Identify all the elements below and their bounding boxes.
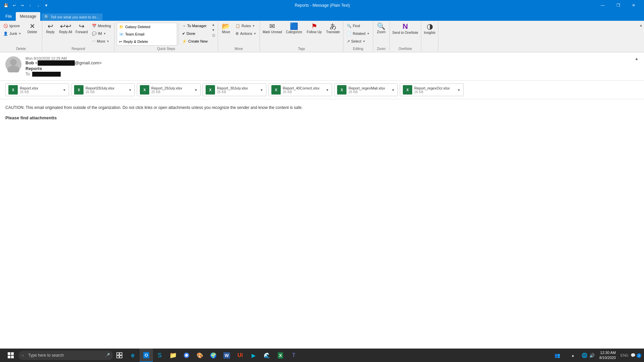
more-respond-dropdown[interactable]: ▼ bbox=[107, 40, 109, 43]
send-to-onenote-button[interactable]: N Send to OneNote bbox=[391, 22, 420, 35]
attach-dropdown-6[interactable]: ▼ bbox=[457, 88, 461, 92]
restore-button[interactable]: ❐ bbox=[610, 0, 626, 11]
quicksteps-expand[interactable]: ⊡ bbox=[211, 33, 216, 38]
ignore-button[interactable]: 🚫 Ignore bbox=[1, 22, 23, 29]
junk-dropdown-arrow[interactable]: ▼ bbox=[18, 32, 21, 35]
quicksteps-down-arrow[interactable]: ▼ bbox=[210, 27, 216, 33]
minimize-button[interactable]: — bbox=[595, 0, 610, 11]
start-button[interactable] bbox=[3, 349, 19, 362]
attachment-5[interactable]: X Report_regexMail.xlsx 26 KB ▼ bbox=[334, 83, 398, 96]
attach-dropdown-2[interactable]: ▼ bbox=[194, 88, 198, 92]
show-hidden-icons[interactable]: ▲ bbox=[566, 349, 580, 362]
ribbon-collapse-btn[interactable]: ▲ bbox=[638, 23, 644, 28]
delete-button[interactable]: ✕ Delete bbox=[24, 22, 41, 35]
teams-icon[interactable]: T bbox=[287, 349, 301, 362]
ribbon: 🚫 Ignore 👤 Junk ▼ ✕ Delete Delete ↩ Repl… bbox=[0, 21, 644, 52]
attachment-3[interactable]: X Report_30July.xlsx 25 KB ▼ bbox=[203, 83, 266, 96]
up-qa-btn[interactable]: ↑ bbox=[27, 2, 34, 9]
ribbon-group-onenote: N Send to OneNote OneNote bbox=[390, 21, 421, 51]
actions-button[interactable]: ⚙ Actions ▼ bbox=[233, 30, 258, 37]
chrome-icon[interactable] bbox=[180, 349, 193, 362]
forward-button[interactable]: ↪ Forward bbox=[74, 22, 89, 35]
translate-button[interactable]: あ Translate bbox=[324, 22, 342, 35]
follow-up-button[interactable]: ⚑ Follow Up bbox=[305, 22, 324, 35]
actions-dropdown[interactable]: ▼ bbox=[254, 32, 256, 35]
reply-all-button[interactable]: ↩↩ Reply All bbox=[58, 22, 73, 35]
attach-size-2: 25 KB bbox=[151, 90, 192, 94]
down-qa-btn[interactable]: ↓ bbox=[35, 2, 42, 9]
reply-button[interactable]: ↩ Reply bbox=[44, 22, 57, 35]
save-qa-btn[interactable]: 💾 bbox=[3, 2, 9, 9]
categorize-button[interactable]: 🟦 Categorize bbox=[284, 22, 304, 35]
expand-header-btn[interactable]: ▲ bbox=[635, 56, 639, 61]
qs-team-email[interactable]: 📧 Team Email bbox=[117, 31, 177, 38]
file-explorer-icon[interactable]: 📁 bbox=[166, 349, 180, 362]
mark-unread-button[interactable]: ✉ Mark Unread bbox=[261, 22, 283, 35]
insights-button[interactable]: ◑ Insights bbox=[423, 22, 437, 35]
network-icon[interactable]: 🌐 bbox=[582, 353, 587, 358]
select-dropdown[interactable]: ▼ bbox=[363, 40, 365, 43]
attachment-6[interactable]: X Report_regexOcr.xlsx 26 KB ▼ bbox=[400, 83, 464, 96]
uipath-icon[interactable]: Ui bbox=[233, 349, 247, 362]
close-button[interactable]: ✕ bbox=[626, 0, 641, 11]
junk-icon: 👤 bbox=[3, 32, 8, 36]
rules-button[interactable]: 📋 Rules ▼ bbox=[233, 22, 258, 29]
zoom-button[interactable]: 🔍 Zoom bbox=[375, 22, 388, 35]
email-body: CAUTION: This email originated from outs… bbox=[0, 99, 644, 127]
more-respond-button[interactable]: ⋯ More ▼ bbox=[90, 38, 113, 45]
attach-dropdown-4[interactable]: ▼ bbox=[326, 88, 329, 92]
blue-app-icon[interactable]: 🌊 bbox=[260, 349, 274, 362]
attachment-4[interactable]: X Report_40Correct.xlsx 25 KB ▼ bbox=[268, 83, 332, 96]
attachment-1[interactable]: X Report28July.xlsx 26 KB ▼ bbox=[71, 83, 135, 96]
skype-icon[interactable]: S bbox=[153, 349, 166, 362]
forward-icon: ↪ bbox=[79, 23, 85, 29]
move-button[interactable]: 📂 Move bbox=[219, 22, 233, 35]
word-icon[interactable]: W bbox=[220, 349, 233, 362]
attachment-2[interactable]: X Report_29July.xlsx 25 KB ▼ bbox=[137, 83, 201, 96]
media-icon[interactable]: ▶ bbox=[247, 349, 260, 362]
qs-done[interactable]: ✔ Done bbox=[180, 30, 210, 37]
taskbar-search[interactable]: ○ Type here to search 🎤 bbox=[19, 351, 113, 360]
attach-dropdown-0[interactable]: ▼ bbox=[63, 88, 66, 92]
excel-taskbar-icon[interactable]: X bbox=[274, 349, 287, 362]
outlook-taskbar-icon[interactable]: O bbox=[140, 349, 153, 362]
to-manager-icon: → bbox=[182, 24, 186, 28]
tab-file[interactable]: File bbox=[1, 12, 16, 21]
quicksteps-up-arrow[interactable]: ▲ bbox=[210, 22, 216, 27]
meeting-button[interactable]: 📅 Meeting bbox=[90, 22, 113, 29]
language-indicator[interactable]: ENG bbox=[621, 353, 629, 357]
task-view-button[interactable] bbox=[113, 349, 126, 362]
redo-qa-btn[interactable]: ↪ bbox=[19, 2, 25, 9]
select-button[interactable]: ↗ Select ▼ bbox=[345, 38, 372, 45]
qs-create-new[interactable]: ⚡ Create New bbox=[180, 38, 210, 45]
volume-icon[interactable]: 🔊 bbox=[589, 353, 595, 358]
related-dropdown[interactable]: ▼ bbox=[367, 32, 370, 35]
attach-name-1: Report28July.xlsx bbox=[86, 86, 126, 90]
quicksteps-group-label: Quick Steps bbox=[116, 46, 216, 51]
undo-qa-btn[interactable]: ↩ bbox=[11, 2, 17, 9]
attachment-0[interactable]: X Report.xlsx 26 KB ▼ bbox=[5, 83, 69, 96]
rules-dropdown[interactable]: ▼ bbox=[252, 24, 255, 27]
qs-reply-delete[interactable]: ↩ Reply & Delete bbox=[117, 38, 177, 45]
attach-dropdown-5[interactable]: ▼ bbox=[391, 88, 395, 92]
system-clock[interactable]: 12:30 AM 8/10/2020 bbox=[597, 350, 619, 361]
qs-to-manager[interactable]: → To Manager bbox=[180, 22, 210, 29]
paint-icon[interactable]: 🎨 bbox=[193, 349, 207, 362]
im-button[interactable]: 💬 IM ▼ bbox=[90, 30, 113, 37]
action-center[interactable]: 💬 3 bbox=[631, 353, 641, 358]
tell-me-input[interactable]: 🔍 Tell me what you want to do… bbox=[42, 13, 103, 21]
tab-message[interactable]: Message bbox=[16, 12, 40, 21]
custom-qa-btn[interactable]: ▼ bbox=[43, 2, 50, 9]
edge-icon[interactable]: e bbox=[126, 349, 140, 362]
attach-dropdown-1[interactable]: ▼ bbox=[128, 88, 132, 92]
people-icon[interactable]: 👥 bbox=[551, 349, 564, 362]
im-dropdown-arrow[interactable]: ▼ bbox=[103, 32, 106, 35]
find-button[interactable]: 🔍 Find bbox=[345, 22, 372, 29]
maps-icon[interactable]: 🌍 bbox=[207, 349, 220, 362]
related-button[interactable]: 📄 Related ▼ bbox=[345, 30, 372, 37]
junk-button[interactable]: 👤 Junk ▼ bbox=[1, 30, 23, 37]
ribbon-group-respond: ↩ Reply ↩↩ Reply All ↪ Forward 📅 Meeting… bbox=[42, 21, 115, 51]
zoom-icon: 🔍 bbox=[377, 23, 385, 29]
qs-galaxy-deleted[interactable]: 📁 Galaxy Deleted bbox=[117, 23, 177, 31]
attach-dropdown-3[interactable]: ▼ bbox=[260, 88, 263, 92]
